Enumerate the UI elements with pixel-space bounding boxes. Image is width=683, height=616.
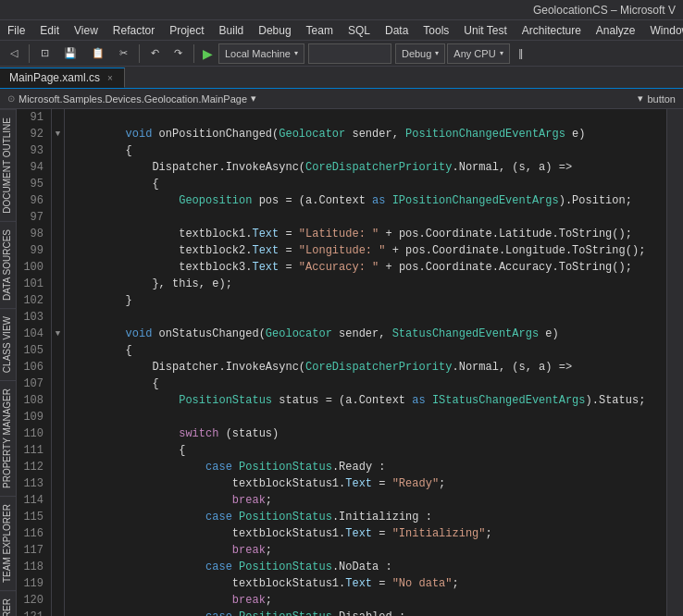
ln-94: 94 (20, 159, 43, 176)
toolbar-btn4[interactable]: ✂ (113, 44, 134, 62)
menu-sql[interactable]: SQL (341, 22, 378, 39)
fold-93 (52, 142, 64, 159)
ln-101: 101 (20, 276, 43, 292)
menu-tools[interactable]: Tools (416, 22, 456, 39)
panel-document-outline[interactable]: DOCUMENT OUTLINE (0, 109, 16, 221)
fold-91 (52, 109, 64, 126)
menu-view[interactable]: View (67, 22, 106, 39)
fold-113 (52, 475, 64, 492)
title-text: GeolocationCS – Microsoft V (533, 4, 676, 17)
fold-100 (52, 259, 64, 276)
local-machine-label: Local Machine (225, 48, 291, 59)
ln-95: 95 (20, 176, 43, 192)
menu-data[interactable]: Data (378, 22, 416, 39)
code-line-116: textblockStatus1.Text = "Initializing"; (72, 525, 659, 542)
fold-102 (52, 292, 64, 309)
fold-105 (52, 342, 64, 359)
fold-96 (52, 192, 64, 209)
code-line-99: textblock2.Text = "Longitude: " + pos.Co… (72, 242, 659, 259)
ln-120: 120 (20, 592, 43, 609)
anycpu-dropdown[interactable]: Any CPU ▾ (447, 43, 509, 64)
fold-110 (52, 425, 64, 442)
toolbar-redo[interactable]: ↷ (168, 44, 189, 62)
fold-111 (52, 442, 64, 459)
fold-109 (52, 409, 64, 425)
fold-121 (52, 609, 64, 616)
folding-column: ▼ ▼ (52, 109, 65, 616)
panel-property-manager[interactable]: PROPERTY MANAGER (0, 380, 16, 496)
fold-116 (52, 525, 64, 542)
menu-analyze[interactable]: Analyze (589, 22, 643, 39)
menu-unittest[interactable]: Unit Test (456, 22, 514, 39)
ln-112: 112 (20, 459, 43, 475)
toolbar-extra[interactable]: ‖ (512, 44, 530, 62)
menu-debug[interactable]: Debug (251, 22, 298, 39)
fold-118 (52, 559, 64, 575)
fold-104[interactable]: ▼ (52, 326, 64, 342)
ln-109: 109 (20, 409, 43, 425)
code-line-117: break; (72, 542, 659, 559)
toolbar-back-btn[interactable]: ◁ (4, 44, 24, 62)
code-line-105: { (72, 342, 659, 359)
ln-98: 98 (20, 226, 43, 242)
menu-team[interactable]: Team (299, 22, 341, 39)
menu-window[interactable]: Window (643, 22, 683, 39)
panel-class-view[interactable]: CLASS VIEW (0, 308, 16, 380)
fold-107 (52, 376, 64, 392)
ln-107: 107 (20, 376, 43, 392)
code-line-118: case PositionStatus.NoData : (72, 559, 659, 575)
panel-team-explorer[interactable]: TEAM EXPLORER (0, 496, 16, 590)
fold-119 (52, 575, 64, 592)
code-line-97 (72, 209, 659, 226)
play-button[interactable]: ▶ (199, 46, 217, 61)
code-line-113: textblockStatus1.Text = "Ready"; (72, 475, 659, 492)
local-machine-dropdown[interactable]: Local Machine ▾ (218, 43, 304, 64)
ln-111: 111 (20, 442, 43, 459)
ln-117: 117 (20, 542, 43, 559)
menu-architecture[interactable]: Architecture (515, 22, 589, 39)
code-content[interactable]: void onPositionChanged(Geolocator sender… (65, 109, 666, 616)
debug-dropdown[interactable]: Debug ▾ (395, 43, 445, 64)
right-panel (666, 109, 683, 616)
ln-99: 99 (20, 242, 43, 259)
panel-server-explorer[interactable]: SERVER EXPLORER (0, 590, 16, 616)
toolbar-undo[interactable]: ↶ (144, 44, 166, 62)
line-numbers: 91 92 93 94 95 96 97 98 99 100 101 102 1… (17, 109, 52, 616)
code-line-94: Dispatcher.InvokeAsync(CoreDispatcherPri… (72, 159, 659, 176)
tab-mainpage[interactable]: MainPage.xaml.cs × (0, 68, 125, 88)
left-panels: DOCUMENT OUTLINE DATA SOURCES CLASS VIEW… (0, 109, 17, 616)
fold-106 (52, 359, 64, 376)
menu-edit[interactable]: Edit (32, 22, 67, 39)
debug-arrow: ▾ (435, 49, 439, 57)
target-input[interactable] (308, 43, 391, 64)
panel-data-sources[interactable]: DATA SOURCES (0, 221, 16, 308)
fold-95 (52, 176, 64, 192)
menu-build[interactable]: Build (212, 22, 252, 39)
code-line-107: { (72, 376, 659, 392)
ln-102: 102 (20, 292, 43, 309)
fold-94 (52, 159, 64, 176)
path-bar: ⊙ Microsoft.Samples.Devices.Geolocation.… (0, 89, 683, 109)
menu-bar: File Edit View Refactor Project Build De… (0, 20, 683, 41)
code-area: 91 92 93 94 95 96 97 98 99 100 101 102 1… (17, 109, 666, 616)
toolbar-btn3[interactable]: 📋 (85, 44, 111, 62)
ln-113: 113 (20, 475, 43, 492)
toolbar-btn2[interactable]: 💾 (57, 44, 83, 62)
ln-92: 92 (20, 126, 43, 142)
path-dropdown-arrow[interactable]: ▾ (251, 92, 256, 105)
title-bar: GeolocationCS – Microsoft V (0, 0, 683, 20)
path-right-arrow[interactable]: ▾ (638, 92, 643, 105)
fold-101 (52, 276, 64, 292)
main-layout: DOCUMENT OUTLINE DATA SOURCES CLASS VIEW… (0, 109, 683, 616)
code-line-96: Geoposition pos = (a.Context as IPositio… (72, 192, 659, 209)
fold-98 (52, 226, 64, 242)
fold-117 (52, 542, 64, 559)
tab-close-btn[interactable]: × (106, 73, 115, 83)
menu-refactor[interactable]: Refactor (106, 22, 162, 39)
menu-file[interactable]: File (0, 22, 32, 39)
fold-92[interactable]: ▼ (52, 126, 64, 142)
toolbar-btn1[interactable]: ⊡ (34, 44, 56, 62)
toolbar-sep3 (193, 44, 194, 63)
code-line-114: break; (72, 492, 659, 509)
menu-project[interactable]: Project (162, 22, 211, 39)
